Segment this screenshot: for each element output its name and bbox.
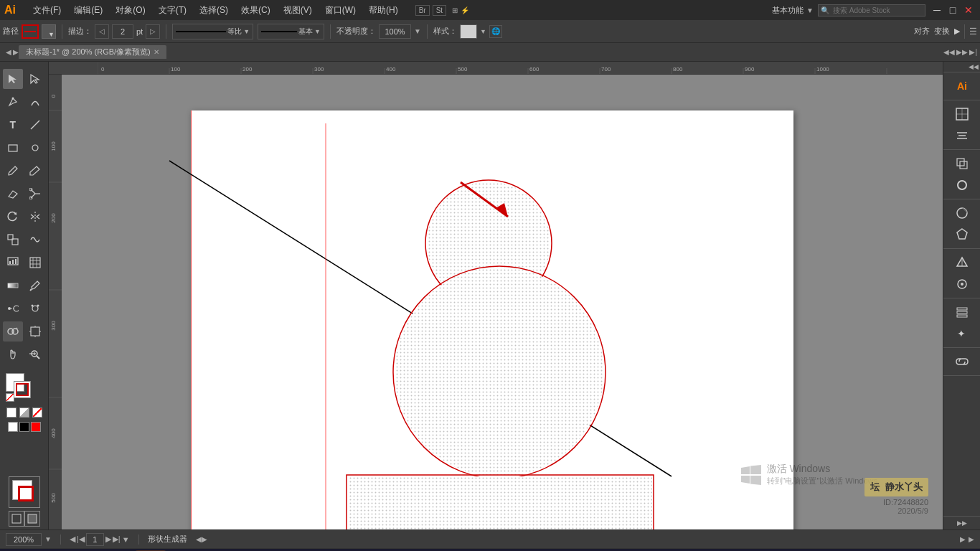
close-button[interactable]: ✕	[961, 3, 976, 17]
tab-prev[interactable]: ◀◀	[943, 48, 955, 56]
stroke-color-indicator[interactable]	[22, 24, 39, 39]
page-input[interactable]	[86, 533, 104, 546]
reflect-tool[interactable]	[25, 207, 45, 227]
scale-tool[interactable]	[3, 230, 23, 250]
status-icon1[interactable]: ▶	[960, 535, 966, 543]
none-mode[interactable]	[32, 408, 42, 418]
pen-tool[interactable]	[3, 92, 23, 112]
menu-effect[interactable]: 效果(C)	[235, 3, 276, 18]
stroke-color[interactable]	[14, 382, 30, 397]
expand-icon[interactable]: ▶▶	[957, 519, 967, 527]
rp-stroke[interactable]	[943, 174, 980, 196]
shape-indicator[interactable]: ▼	[42, 24, 56, 39]
menu-type[interactable]: 文字(T)	[153, 3, 192, 18]
workspace-label[interactable]: 基本功能	[772, 5, 804, 16]
opacity-chevron[interactable]: ▼	[414, 27, 421, 35]
menu-help[interactable]: 帮助(H)	[363, 3, 404, 18]
panel-toggle[interactable]: ☰	[969, 27, 977, 37]
warp-tool[interactable]	[25, 230, 45, 250]
rp-symbols[interactable]: ✦	[943, 323, 980, 344]
white-swatch[interactable]	[8, 422, 18, 432]
mesh-tool[interactable]	[25, 253, 45, 273]
panel-expand-icon[interactable]: ◀◀	[969, 63, 979, 70]
paintbrush-tool[interactable]	[3, 161, 23, 181]
stroke-width-input[interactable]	[112, 24, 133, 39]
search-input[interactable]	[818, 4, 925, 17]
red-swatch[interactable]	[31, 422, 41, 432]
direct-select-tool[interactable]	[25, 69, 45, 89]
style-chevron[interactable]: ▼	[480, 28, 486, 35]
restore-button[interactable]: □	[946, 3, 960, 17]
globe-icon[interactable]: 🌐	[489, 25, 502, 38]
rp-links[interactable]	[943, 351, 980, 372]
menu-view[interactable]: 视图(V)	[278, 3, 318, 18]
rotate-tool[interactable]	[3, 207, 23, 227]
menu-object[interactable]: 对象(O)	[110, 3, 151, 18]
rp-color[interactable]	[943, 252, 980, 273]
mask-mode[interactable]	[24, 511, 40, 527]
text-tool[interactable]: T	[3, 115, 23, 135]
gradient-mode[interactable]	[19, 408, 29, 418]
info-next[interactable]: ▶	[202, 535, 207, 543]
menu-edit[interactable]: 编辑(E)	[68, 3, 108, 18]
tab-expand[interactable]: ▶|	[969, 48, 977, 56]
rp-align[interactable]	[943, 125, 980, 146]
align-btn[interactable]: 对齐	[914, 26, 930, 37]
menu-select[interactable]: 选择(S)	[194, 3, 234, 18]
rp-layers[interactable]	[943, 301, 980, 323]
normal-mode[interactable]	[9, 511, 24, 527]
menu-file[interactable]: 文件(F)	[27, 3, 67, 18]
line-tool[interactable]	[25, 115, 45, 135]
bridge-icon[interactable]: Br	[415, 5, 430, 16]
rect-tool[interactable]	[3, 138, 23, 158]
canvas-container[interactable]: 激活 Windows 转到"电脑设置"以激活 Windows。 坛 静水丫头 I…	[62, 75, 943, 529]
rp-transform[interactable]	[943, 103, 980, 125]
rp-graphic-styles[interactable]	[943, 224, 980, 245]
tab-document[interactable]: 未标题-1* @ 200% (RGB/像素预览) ✕	[19, 45, 166, 59]
page-last[interactable]: ▶|	[113, 534, 121, 544]
rp-color-guide[interactable]	[943, 273, 980, 295]
page-chevron[interactable]: ▼	[122, 535, 130, 544]
page-prev[interactable]: ◀	[70, 534, 75, 544]
tab-close[interactable]: ✕	[154, 48, 159, 56]
page-next[interactable]: ▶	[105, 534, 111, 544]
style-preview[interactable]	[460, 24, 477, 39]
none-color[interactable]	[6, 393, 14, 402]
stroke-style1-btn[interactable]: 等比 ▼	[172, 24, 253, 39]
black-swatch[interactable]	[19, 422, 29, 432]
interp-increase[interactable]: ▷	[146, 24, 160, 39]
scroll-right[interactable]: ▶	[13, 48, 19, 56]
select-tool[interactable]	[3, 69, 23, 89]
fill-mode[interactable]	[6, 408, 17, 418]
gradient-tool[interactable]	[3, 276, 23, 296]
eyedropper-tool[interactable]	[25, 276, 45, 296]
rp-appearance[interactable]	[943, 202, 980, 224]
rp-ai-icon[interactable]: Ai	[943, 75, 980, 97]
rp-pathfinder[interactable]	[943, 153, 980, 174]
stroke-style2-btn[interactable]: 基本 ▼	[258, 24, 324, 39]
status-icon2[interactable]: ▶	[969, 535, 974, 543]
tab-next[interactable]: ▶▶	[956, 48, 968, 56]
zoom-tool[interactable]	[25, 344, 45, 364]
workspace-chevron[interactable]: ▼	[806, 6, 814, 14]
blend-tool[interactable]	[3, 298, 23, 319]
scroll-left[interactable]: ◀	[6, 48, 11, 56]
info-prev[interactable]: ◀	[196, 535, 202, 543]
page-first[interactable]: |◀	[77, 534, 85, 544]
zoom-chevron[interactable]: ▼	[44, 535, 52, 543]
zoom-input[interactable]	[6, 533, 42, 546]
scissors-tool[interactable]	[25, 184, 45, 204]
opacity-input[interactable]	[379, 24, 411, 39]
menu-window[interactable]: 窗口(W)	[319, 3, 362, 18]
stock-icon[interactable]: St	[433, 5, 446, 16]
minimize-button[interactable]: ─	[930, 3, 944, 17]
hand-tool[interactable]	[3, 344, 23, 364]
graph-tool[interactable]	[3, 253, 23, 273]
shape-builder-tool[interactable]: +	[3, 321, 23, 342]
symbol-tool[interactable]	[25, 298, 45, 319]
interp-decrease[interactable]: ◁	[95, 24, 109, 39]
eraser-tool[interactable]	[3, 184, 23, 204]
ellipse-tool[interactable]	[25, 138, 45, 158]
artboard-tool[interactable]	[25, 321, 45, 342]
pencil-tool[interactable]	[25, 161, 45, 181]
